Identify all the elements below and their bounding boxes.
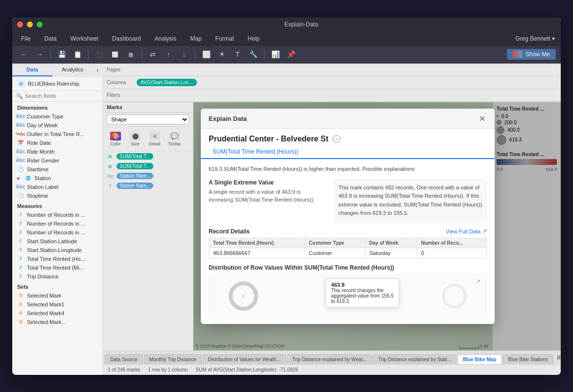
show-me-label: Show Me [525,51,550,58]
window-title: Explain-Data [47,21,556,28]
field-customer-type[interactable]: Abc Customer Type [12,112,102,121]
field-set-2[interactable]: ⊙ Selected Mark1 [12,300,102,309]
filters-row: Filters [103,89,561,102]
export-icon[interactable]: ↗ [476,278,480,285]
new-ds2-button[interactable]: ⬜ [108,48,122,61]
field-starttime[interactable]: 🕐 Starttime [12,165,102,174]
marks-pill-1[interactable]: SUM(Total T... [117,153,153,160]
back-button[interactable]: ← [17,48,31,61]
geo-icon: 🌐 [24,175,31,182]
col-header-time: Total Time Rented (Hours) [209,238,305,248]
tooltip-button[interactable]: 🔧 [246,48,260,61]
wb-tab-datasource[interactable]: Data Source [105,354,143,364]
maximize-button[interactable] [37,22,43,27]
show-me-button[interactable]: Show Me [507,49,556,60]
status-sum: SUM of AVG(Start.Station.Longitude): -71… [195,367,298,372]
highlight-button[interactable]: ☀ [215,48,229,61]
col-header-customer: Customer Type [305,238,365,248]
field-ride-month[interactable]: Abc Ride Month [12,147,102,156]
wb-tab-distribution[interactable]: Distribution of Values for Weath... [203,354,286,364]
field-outlier[interactable]: *Abc Outlier in Total Time R... [12,130,102,138]
abc-icon: Abc [17,113,24,120]
pin-button[interactable]: 📌 [284,48,298,61]
search-input[interactable] [25,93,98,99]
swap-button[interactable]: ⇄ [146,48,160,61]
menu-worksheet[interactable]: Worksheet [68,34,101,43]
modal-close-button[interactable]: ✕ [477,114,487,123]
field-records-3[interactable]: # Number of Records in ... [12,228,102,237]
status-marks: 1 of 246 marks [108,367,140,372]
new-ds-button[interactable]: ⬛ [93,48,106,61]
tab-icons: ⊞ ⧉ ▶ [554,352,561,364]
view-full-data-button[interactable]: View Full Data ↗ [446,228,487,234]
menu-analysis[interactable]: Analysis [152,34,180,43]
tab-analytics[interactable]: Analytics [52,64,93,76]
marks-field-2: ⊞ SUM(Total T... [103,161,193,171]
marks-type-row: Shape Automatic Bar Line Circle [103,113,193,127]
wb-tab-monthly[interactable]: Monthly Trip Distance [144,354,202,364]
field-rider-gender[interactable]: Abc Rider Gender [12,156,102,165]
menu-map[interactable]: Map [187,34,204,43]
minimize-button[interactable] [27,22,33,27]
wb-tab-trip-dist-station[interactable]: Trip Distance explained by Stati... [373,354,457,364]
modal-station-name: Prudential Center - Belvedere St [209,135,329,143]
save-button[interactable]: 💾 [55,48,69,61]
field-latitude[interactable]: # Start.Station.Latitude [12,237,102,246]
column-pill[interactable]: AVG(Start.Station.Lon... [137,79,197,86]
field-stoptime[interactable]: 🕐 Stoptime [12,191,102,200]
explanation-desc: A single record with a value of 463.9 is… [209,188,326,204]
field-records-2[interactable]: # Number of Records in ... [12,219,102,228]
marks-pill-2[interactable]: SUM(Total T... [117,163,153,169]
field-set-1[interactable]: ⊙ Selected Mark [12,291,102,300]
detail-button[interactable]: ≡ Detail [146,130,164,148]
menu-data[interactable]: Data [41,34,59,43]
wb-tab-blue-bike-map[interactable]: Blue Bike Map [457,354,501,364]
chart-button[interactable]: 📊 [268,48,282,61]
field-day-of-week[interactable]: Abc Day of Week [12,121,102,130]
field-longitude[interactable]: # Start.Station.Longitude [12,246,102,254]
set-icon-2: ⊙ [17,301,24,308]
sort-desc-button[interactable]: ↓ [177,48,191,61]
marks-pill-3[interactable]: Station Nam... [117,173,153,179]
view-full-label: View Full Data [446,229,480,234]
color-icon: 🎨 [110,132,121,140]
field-station-label[interactable]: Abc Station Label [12,183,102,191]
explanation-title: A Single Extreme Value [209,179,326,186]
tooltip-button-mark[interactable]: 💬 Tooltip [166,130,183,148]
field-time-hours[interactable]: # Total Time Rented (Ho... [12,254,102,263]
new-sheet-icon[interactable]: ⊞ [554,352,561,362]
label-button[interactable]: T [231,48,244,61]
sort-asc-button[interactable]: ↑ [162,48,175,61]
marks-type-select[interactable]: Shape Automatic Bar Line Circle [107,115,189,124]
wb-tab-blue-bike-stations[interactable]: Blue Bike Stations [503,354,553,364]
new-ds3-button[interactable]: ▦ [124,48,138,61]
distribution-section: Distribution of Row Values Within SUM(To… [209,264,487,318]
dist-circle-main: ⊙ [229,281,258,311]
fit-button[interactable]: ⬜ [199,48,213,61]
menu-help[interactable]: Help [245,34,263,43]
save-as-button[interactable]: 📋 [71,48,84,61]
field-time-miles[interactable]: # Total Time Rented (Mi... [12,263,102,272]
close-button[interactable] [17,22,23,27]
size-button[interactable]: ⬤ Size [126,130,144,148]
tab-data[interactable]: Data [12,64,52,76]
field-set-4[interactable]: ⊙ Selected Mark... [12,318,102,326]
field-trip-distance[interactable]: # Trip Distance [12,272,102,281]
forward-button[interactable]: → [33,48,47,61]
field-ride-date[interactable]: 📅 Ride Date [12,138,102,147]
menu-dashboard[interactable]: Dashboard [109,34,144,43]
menu-file[interactable]: File [18,34,33,43]
sidebar-collapse-arrow[interactable]: › [93,64,102,76]
marks-pill-4[interactable]: Station Nam... [117,183,153,189]
menu-format[interactable]: Format [213,34,237,43]
field-records-1[interactable]: # Number of Records in ... [12,210,102,219]
wb-tab-trip-dist-weather[interactable]: Trip Distance explained by Weat... [287,354,372,364]
field-station[interactable]: ▶ 🌐 Station [12,174,102,183]
color-button[interactable]: 🎨 Color [107,130,124,148]
info-icon[interactable]: i [333,135,340,143]
modal-tab-sum[interactable]: SUM(Total Time Rented (Hours)) [209,146,302,159]
field-set-3[interactable]: ⊙ Selected Mark4 [12,309,102,318]
user-label[interactable]: Greg Bennett ▾ [515,35,555,42]
hash-icon-2: # [17,220,24,227]
set-icon-4: ⊙ [17,319,24,325]
